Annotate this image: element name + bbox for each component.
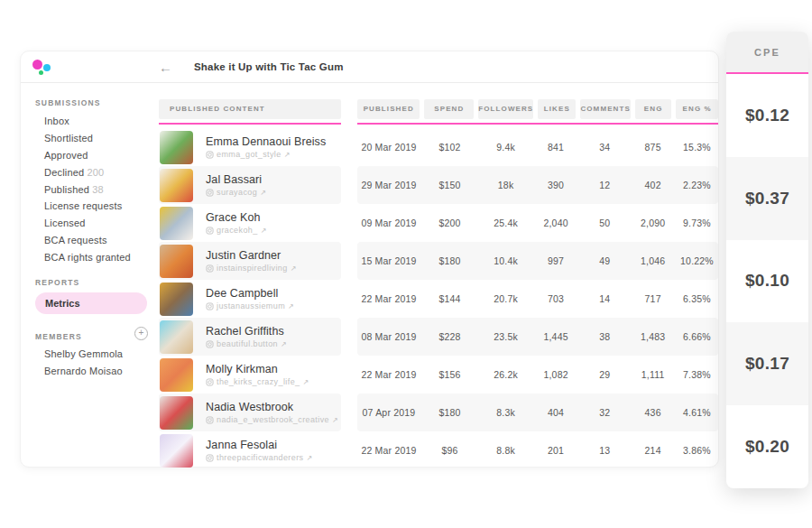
row-metrics: 07 Apr 2019 $180 8.3k 404 32 436 4.61%: [357, 394, 718, 431]
content-thumbnail[interactable]: [160, 283, 193, 316]
row-metrics: 22 Mar 2019 $96 8.8k 201 13 214 3.86%: [357, 431, 718, 469]
column-header[interactable]: PUBLISHED: [357, 99, 420, 119]
published-content-cell: Janna Fesolai threepacificwanderers ↗: [159, 431, 341, 469]
section-title-submissions: SUBMISSIONS: [35, 98, 159, 107]
content-thumbnail[interactable]: [160, 434, 193, 468]
published-date: 22 Mar 2019: [357, 445, 420, 456]
table-row[interactable]: Jal Bassari surayacog ↗ 29 Mar 2019 $150…: [159, 166, 718, 204]
content-thumbnail[interactable]: [160, 320, 193, 354]
creator-info: Janna Fesolai threepacificwanderers ↗: [206, 439, 313, 463]
creator-handle-link[interactable]: justanaussiemum ↗: [206, 301, 294, 310]
spend-value: $96: [425, 445, 475, 456]
column-header[interactable]: FOLLOWERS: [478, 99, 533, 119]
creator-handle: threepacificwanderers: [217, 453, 303, 462]
sidebar-section-reports: REPORTS Metrics: [35, 278, 159, 314]
external-link-icon: ↗: [291, 264, 297, 273]
table-row[interactable]: Nadia Westbrook nadia_e_westbrook_creati…: [159, 394, 718, 431]
creator-handle-link[interactable]: instainspiredliving ↗: [206, 264, 297, 273]
published-content-table: PUBLISHED CONTENT PUBLISHED SPEND FOLLOW…: [159, 83, 718, 467]
sidebar-item[interactable]: Bernardo Moisao: [35, 363, 159, 380]
sidebar-item[interactable]: Shortlisted: [35, 130, 159, 147]
sidebar-item[interactable]: Declined200: [35, 163, 159, 181]
content-thumbnail[interactable]: [160, 358, 193, 392]
creator-handle-link[interactable]: threepacificwanderers ↗: [206, 453, 313, 462]
sidebar-item[interactable]: BCA rights granted: [35, 248, 159, 265]
eng-value: 402: [634, 180, 671, 190]
column-header[interactable]: ENG %: [676, 99, 718, 119]
published-content-cell: Nadia Westbrook nadia_e_westbrook_creati…: [159, 394, 341, 431]
followers-value: 9.4k: [479, 142, 532, 153]
sidebar-item-metrics[interactable]: Metrics: [35, 292, 147, 314]
table-row[interactable]: Grace Koh gracekoh_ ↗ 09 Mar 2019 $200 2…: [159, 204, 718, 242]
column-header[interactable]: LIKES: [538, 99, 576, 119]
comments-value: 32: [579, 407, 630, 418]
table-row[interactable]: Justin Gardner instainspiredliving ↗ 15 …: [159, 242, 718, 280]
row-gap: [341, 242, 357, 280]
row-gap: [341, 318, 357, 356]
card-body: SUBMISSIONS Inbox Shortlisted Approved D…: [21, 83, 718, 467]
members-list: Shelby Gemmola Bernardo Moisao: [35, 346, 159, 380]
published-date: 09 Mar 2019: [357, 218, 420, 228]
instagram-icon: [206, 416, 214, 424]
sidebar-item[interactable]: Approved: [35, 147, 159, 164]
content-thumbnail[interactable]: [160, 131, 193, 164]
external-link-icon: ↗: [332, 416, 338, 424]
sidebar-item[interactable]: Inbox: [35, 113, 159, 130]
logo-dot-pink: [32, 60, 42, 69]
eng-pct-value: 3.86%: [676, 445, 718, 456]
likes-value: 703: [537, 293, 575, 304]
eng-pct-value: 4.61%: [676, 407, 718, 418]
column-header[interactable]: SPEND: [424, 99, 474, 119]
comments-value: 50: [579, 218, 630, 228]
submissions-list: Inbox Shortlisted Approved Declined200 P…: [35, 113, 159, 265]
creator-handle: emma_got_style: [217, 150, 281, 159]
table-row[interactable]: Dee Campbell justanaussiemum ↗ 22 Mar 20…: [159, 280, 718, 318]
creator-handle-link[interactable]: nadia_e_westbrook_creative ↗: [206, 415, 338, 424]
instagram-icon: [206, 151, 214, 159]
creator-handle-link[interactable]: emma_got_style ↗: [206, 150, 326, 159]
published-date: 22 Mar 2019: [357, 369, 420, 380]
cpe-value: $0.37: [726, 157, 808, 240]
creator-handle-link[interactable]: the_kirks_crazy_life_ ↗: [206, 377, 309, 386]
published-date: 20 Mar 2019: [357, 142, 420, 153]
row-metrics: 22 Mar 2019 $156 26.2k 1,082 29 1,111 7.…: [357, 356, 718, 394]
table-row[interactable]: Emma Dennaoui Breiss emma_got_style ↗ 20…: [159, 128, 718, 166]
column-header-published-content[interactable]: PUBLISHED CONTENT: [159, 99, 341, 119]
published-date: 22 Mar 2019: [357, 293, 420, 304]
sidebar-item[interactable]: BCA requests: [35, 231, 159, 248]
creator-handle-link[interactable]: beautiful.button ↗: [206, 339, 287, 348]
published-content-cell: Jal Bassari surayacog ↗: [159, 166, 341, 204]
cpe-column-header[interactable]: CPE: [726, 32, 808, 72]
eng-value: 1,483: [634, 331, 671, 342]
content-thumbnail[interactable]: [160, 245, 193, 278]
column-header[interactable]: ENG: [635, 99, 671, 119]
cpe-value: $0.10: [726, 240, 808, 323]
creator-handle-link[interactable]: surayacog ↗: [206, 188, 266, 197]
sidebar-item[interactable]: Shelby Gemmola: [35, 346, 159, 363]
followers-value: 8.3k: [479, 407, 532, 418]
followers-value: 8.8k: [479, 445, 532, 456]
add-member-button[interactable]: +: [134, 327, 148, 340]
creator-info: Justin Gardner instainspiredliving ↗: [206, 249, 297, 273]
members-title-row: MEMBERS +: [35, 327, 148, 346]
creator-info: Nadia Westbrook nadia_e_westbrook_creati…: [206, 401, 338, 425]
table-row[interactable]: Rachel Griffiths beautiful.button ↗ 08 M…: [159, 318, 718, 356]
comments-value: 34: [579, 142, 630, 153]
column-header[interactable]: COMMENTS: [580, 99, 631, 119]
creator-info: Jal Bassari surayacog ↗: [206, 173, 266, 198]
sidebar-item[interactable]: License requests: [35, 198, 159, 215]
back-arrow-icon[interactable]: ←: [159, 60, 172, 74]
table-row[interactable]: Molly Kirkman the_kirks_crazy_life_ ↗ 22…: [159, 356, 718, 394]
sidebar-section-members: MEMBERS + Shelby Gemmola Bernardo Moisao: [35, 327, 159, 380]
content-thumbnail[interactable]: [160, 207, 193, 240]
published-content-cell: Dee Campbell justanaussiemum ↗: [159, 280, 341, 318]
creator-info: Emma Dennaoui Breiss emma_got_style ↗: [206, 135, 326, 160]
content-thumbnail[interactable]: [160, 169, 193, 202]
sidebar-item[interactable]: Licensed: [35, 215, 159, 232]
creator-handle-link[interactable]: gracekoh_ ↗: [206, 226, 267, 235]
sidebar-item[interactable]: Published38: [35, 181, 159, 198]
table-row[interactable]: Janna Fesolai threepacificwanderers ↗ 22…: [159, 431, 718, 469]
comments-value: 49: [579, 255, 630, 266]
sidebar-item-count: 38: [92, 184, 104, 195]
content-thumbnail[interactable]: [160, 396, 193, 430]
